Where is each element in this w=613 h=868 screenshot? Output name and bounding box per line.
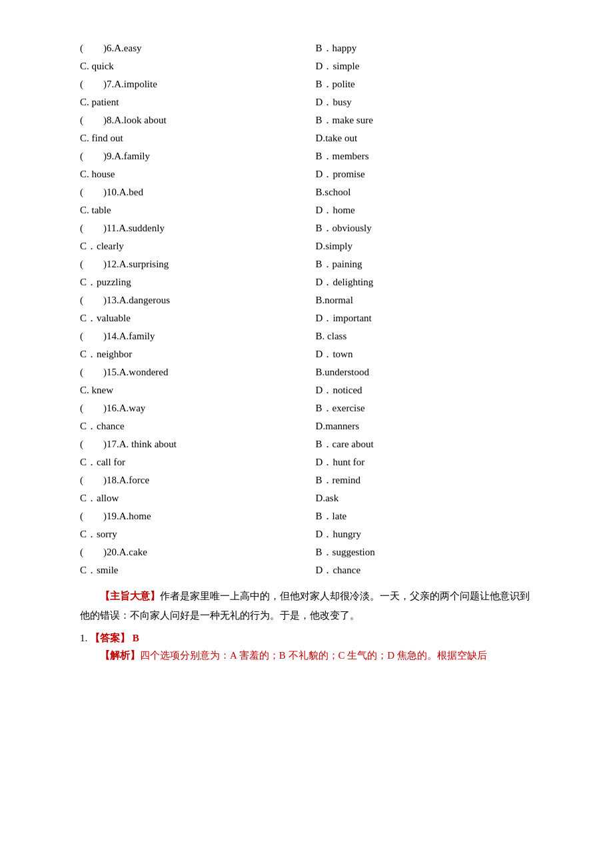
answer-1-row: 1. 【答案】 B — [80, 630, 533, 647]
q17-option-a: ( )17.A. think about — [80, 436, 297, 453]
question-14: ( )14.A.family B. class C．neighbor D．tow… — [80, 328, 533, 363]
q15-option-a: ( )15.A.wondered — [80, 364, 297, 381]
q13-option-d: D．important — [316, 310, 533, 327]
q18-option-d: D.ask — [316, 490, 533, 507]
q11-option-c: C．clearly — [80, 238, 297, 255]
q14-option-b: B. class — [316, 328, 533, 345]
q16-option-c: C．chance — [80, 418, 297, 435]
q7-option-d: D．busy — [316, 94, 533, 111]
q20-option-d: D．chance — [316, 562, 533, 579]
question-13: ( )13.A.dangerous B.normal C．valuable D．… — [80, 292, 533, 327]
q8-option-d: D.take out — [316, 130, 533, 147]
answer-1-num: 1. — [80, 633, 87, 643]
questions-container: ( )6.A.easy B．happy C. quick D．simple ( … — [80, 40, 533, 579]
q14-option-d: D．town — [316, 346, 533, 363]
q10-option-c: C. table — [80, 202, 297, 219]
q14-option-a: ( )14.A.family — [80, 328, 297, 345]
question-20: ( )20.A.cake B．suggestion C．smile D．chan… — [80, 544, 533, 579]
q17-option-c: C．call for — [80, 454, 297, 471]
q16-option-a: ( )16.A.way — [80, 400, 297, 417]
q16-option-d: D.manners — [316, 418, 533, 435]
answer-1-block: 1. 【答案】 B 【解析】四个选项分别意为：A 害羞的；B 不礼貌的；C 生气… — [80, 630, 533, 664]
answer-1-val: B — [133, 633, 139, 643]
q7-option-c: C. patient — [80, 94, 297, 111]
question-8: ( )8.A.look about B．make sure C. find ou… — [80, 112, 533, 147]
q8-option-c: C. find out — [80, 130, 297, 147]
q9-option-a: ( )9.A.family — [80, 148, 297, 165]
q17-option-b: B．care about — [316, 436, 533, 453]
q12-option-c: C．puzzling — [80, 274, 297, 291]
question-9: ( )9.A.family B．members C. house D．promi… — [80, 148, 533, 183]
q13-option-c: C．valuable — [80, 310, 297, 327]
q19-option-b: B．late — [316, 508, 533, 525]
answer-label-tag: 【答案】 — [90, 633, 130, 643]
q18-option-c: C．allow — [80, 490, 297, 507]
q12-option-a: ( )12.A.surprising — [80, 256, 297, 273]
question-6: ( )6.A.easy B．happy C. quick D．simple — [80, 40, 533, 75]
q20-option-a: ( )20.A.cake — [80, 544, 297, 561]
q15-option-c: C. knew — [80, 382, 297, 399]
q9-option-c: C. house — [80, 166, 297, 183]
question-12: ( )12.A.surprising B．paining C．puzzling … — [80, 256, 533, 291]
q6-option-b: B．happy — [316, 40, 533, 57]
q6-option-a: ( )6.A.easy — [80, 40, 297, 57]
q19-option-c: C．sorry — [80, 526, 297, 543]
q7-option-a: ( )7.A.impolite — [80, 76, 297, 93]
q8-option-a: ( )8.A.look about — [80, 112, 297, 129]
question-17: ( )17.A. think about B．care about C．call… — [80, 436, 533, 471]
analysis-1-text: 四个选项分别意为：A 害羞的；B 不礼貌的；C 生气的；D 焦急的。根据空缺后 — [140, 650, 487, 661]
analysis-label-tag: 【解析】 — [100, 650, 140, 661]
question-10: ( )10.A.bed B.school C. table D．home — [80, 184, 533, 219]
q11-option-b: B．obviously — [316, 220, 533, 237]
q6-option-c: C. quick — [80, 58, 297, 75]
q11-option-a: ( )11.A.suddenly — [80, 220, 297, 237]
summary-block: 【主旨大意】作者是家里唯一上高中的，但他对家人却很冷淡。一天，父亲的两个问题让他… — [80, 587, 533, 625]
question-15: ( )15.A.wondered B.understood C. knew D．… — [80, 364, 533, 399]
q9-option-b: B．members — [316, 148, 533, 165]
q9-option-d: D．promise — [316, 166, 533, 183]
q11-option-d: D.simply — [316, 238, 533, 255]
q13-option-b: B.normal — [316, 292, 533, 309]
question-19: ( )19.A.home B．late C．sorry D．hungry — [80, 508, 533, 543]
q15-option-d: D．noticed — [316, 382, 533, 399]
q7-option-b: B．polite — [316, 76, 533, 93]
q12-option-d: D．delighting — [316, 274, 533, 291]
question-16: ( )16.A.way B．exercise C．chance D.manner… — [80, 400, 533, 435]
q18-option-b: B．remind — [316, 472, 533, 489]
q15-option-b: B.understood — [316, 364, 533, 381]
q14-option-c: C．neighbor — [80, 346, 297, 363]
q12-option-b: B．paining — [316, 256, 533, 273]
q8-option-b: B．make sure — [316, 112, 533, 129]
q6-option-d: D．simple — [316, 58, 533, 75]
q10-option-b: B.school — [316, 184, 533, 201]
q20-option-c: C．smile — [80, 562, 297, 579]
q10-option-a: ( )10.A.bed — [80, 184, 297, 201]
q19-option-d: D．hungry — [316, 526, 533, 543]
analysis-1-row: 【解析】四个选项分别意为：A 害羞的；B 不礼貌的；C 生气的；D 焦急的。根据… — [80, 647, 533, 665]
q13-option-a: ( )13.A.dangerous — [80, 292, 297, 309]
question-7: ( )7.A.impolite B．polite C. patient D．bu… — [80, 76, 533, 111]
q20-option-b: B．suggestion — [316, 544, 533, 561]
q16-option-b: B．exercise — [316, 400, 533, 417]
q10-option-d: D．home — [316, 202, 533, 219]
question-11: ( )11.A.suddenly B．obviously C．clearly D… — [80, 220, 533, 255]
question-18: ( )18.A.force B．remind C．allow D.ask — [80, 472, 533, 507]
q18-option-a: ( )18.A.force — [80, 472, 297, 489]
summary-label: 【主旨大意】 — [100, 591, 160, 601]
q19-option-a: ( )19.A.home — [80, 508, 297, 525]
q17-option-d: D．hunt for — [316, 454, 533, 471]
